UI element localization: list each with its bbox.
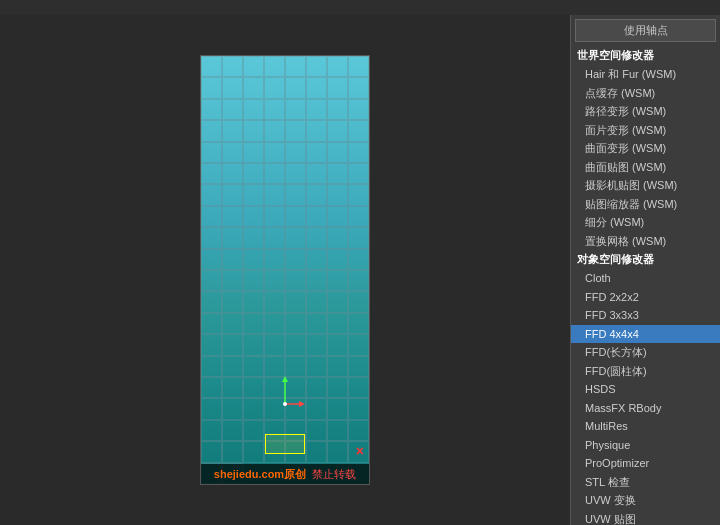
grid-cell	[201, 56, 222, 77]
modifier-item-map-scaler[interactable]: 贴图缩放器 (WSM)	[571, 195, 720, 214]
grid-cell	[264, 142, 285, 163]
modifier-list: 世界空间修改器 Hair 和 Fur (WSM) 点缓存 (WSM) 路径变形 …	[571, 46, 720, 525]
grid-cell	[264, 120, 285, 141]
svg-point-4	[283, 402, 287, 406]
close-marker: ×	[356, 443, 364, 459]
grid-cell	[201, 377, 222, 398]
modifier-item-hsds[interactable]: HSDS	[571, 380, 720, 399]
grid-cell	[264, 334, 285, 355]
grid-cell	[348, 56, 369, 77]
grid-cell	[285, 270, 306, 291]
grid-cell	[306, 163, 327, 184]
modifier-item-prooptimizer[interactable]: ProOptimizer	[571, 454, 720, 473]
grid-cell	[222, 398, 243, 419]
modifier-item-uvw-map[interactable]: UVW 贴图	[571, 510, 720, 526]
grid-cell	[306, 206, 327, 227]
grid-cell	[222, 270, 243, 291]
modifier-item-massfx-rbody[interactable]: MassFX RBody	[571, 399, 720, 418]
modifier-item-subdivide[interactable]: 细分 (WSM)	[571, 213, 720, 232]
modifier-item-multires[interactable]: MultiRes	[571, 417, 720, 436]
modifier-item-ffd2x2x2[interactable]: FFD 2x2x2	[571, 288, 720, 307]
grid-cell	[222, 227, 243, 248]
grid-cell	[201, 99, 222, 120]
grid-cell	[285, 56, 306, 77]
grid-cell	[306, 249, 327, 270]
modifier-item-cloth[interactable]: Cloth	[571, 269, 720, 288]
modifier-item-camera-map[interactable]: 摄影机贴图 (WSM)	[571, 176, 720, 195]
grid-cell	[306, 377, 327, 398]
grid-cell	[201, 142, 222, 163]
grid-cell	[348, 377, 369, 398]
grid-cell	[306, 227, 327, 248]
world-section-header: 世界空间修改器	[571, 46, 720, 65]
grid-cell	[348, 120, 369, 141]
main-area: × shejiedu.com原创 禁止转载 使用轴点 世界空间修改器 Hair …	[0, 15, 720, 525]
grid-cell	[327, 142, 348, 163]
modifier-item-patch-deform[interactable]: 面片变形 (WSM)	[571, 121, 720, 140]
grid-cell	[306, 56, 327, 77]
modifier-item-ffd3x3x3[interactable]: FFD 3x3x3	[571, 306, 720, 325]
grid-cell	[264, 313, 285, 334]
grid-cell	[285, 142, 306, 163]
grid-cell	[285, 206, 306, 227]
grid-cell	[222, 206, 243, 227]
grid-cell	[222, 291, 243, 312]
grid-cell	[222, 356, 243, 377]
modifier-item-path-deform[interactable]: 路径变形 (WSM)	[571, 102, 720, 121]
grid-cell	[264, 99, 285, 120]
grid-cell	[348, 184, 369, 205]
grid-cell	[243, 291, 264, 312]
grid-cell	[285, 313, 306, 334]
grid-cell	[327, 334, 348, 355]
grid-cell	[201, 77, 222, 98]
grid-cell	[222, 249, 243, 270]
grid-cell	[348, 420, 369, 441]
modifier-item-surface-map[interactable]: 曲面贴图 (WSM)	[571, 158, 720, 177]
grid-cell	[243, 163, 264, 184]
grid-cell	[222, 441, 243, 462]
modifier-item-ffd-box[interactable]: FFD(长方体)	[571, 343, 720, 362]
grid-cell	[201, 206, 222, 227]
grid-cell	[222, 120, 243, 141]
grid-cell	[243, 77, 264, 98]
modifier-item-physique[interactable]: Physique	[571, 436, 720, 455]
grid-cell	[201, 163, 222, 184]
grid-cell	[243, 420, 264, 441]
grid-cell	[222, 163, 243, 184]
use-axis-button[interactable]: 使用轴点	[575, 19, 716, 42]
grid-cell	[222, 142, 243, 163]
grid-cell	[285, 77, 306, 98]
modifier-item-surface-deform[interactable]: 曲面变形 (WSM)	[571, 139, 720, 158]
grid-cell	[306, 334, 327, 355]
modifier-item-ffd4x4x4[interactable]: FFD 4x4x4	[571, 325, 720, 344]
modifier-item-uvw-xform[interactable]: UVW 变换	[571, 491, 720, 510]
modifier-item-displace-mesh[interactable]: 置换网格 (WSM)	[571, 232, 720, 251]
grid-cell	[264, 270, 285, 291]
grid-cell	[243, 313, 264, 334]
brand-text: shejiedu.com原创	[214, 467, 306, 482]
grid-cell	[201, 227, 222, 248]
grid-cell	[243, 99, 264, 120]
grid-cell	[222, 99, 243, 120]
grid-cell	[264, 163, 285, 184]
grid-cell	[348, 270, 369, 291]
grid-cell	[264, 56, 285, 77]
modifier-item-hair[interactable]: Hair 和 Fur (WSM)	[571, 65, 720, 84]
selection-box	[265, 434, 305, 454]
grid-cell	[201, 184, 222, 205]
modifier-item-ffd-cylinder[interactable]: FFD(圆柱体)	[571, 362, 720, 381]
grid-cell	[285, 334, 306, 355]
modifier-item-stl-check[interactable]: STL 检查	[571, 473, 720, 492]
grid-cell	[348, 163, 369, 184]
grid-cell	[264, 184, 285, 205]
grid-cell	[306, 270, 327, 291]
svg-marker-3	[299, 401, 305, 407]
grid-cell	[243, 249, 264, 270]
grid-cell	[222, 334, 243, 355]
grid-cell	[201, 313, 222, 334]
modifier-item-point-cache[interactable]: 点缓存 (WSM)	[571, 84, 720, 103]
grid-cell	[201, 420, 222, 441]
grid-cell	[327, 163, 348, 184]
grid-cell	[222, 77, 243, 98]
grid-cell	[327, 313, 348, 334]
